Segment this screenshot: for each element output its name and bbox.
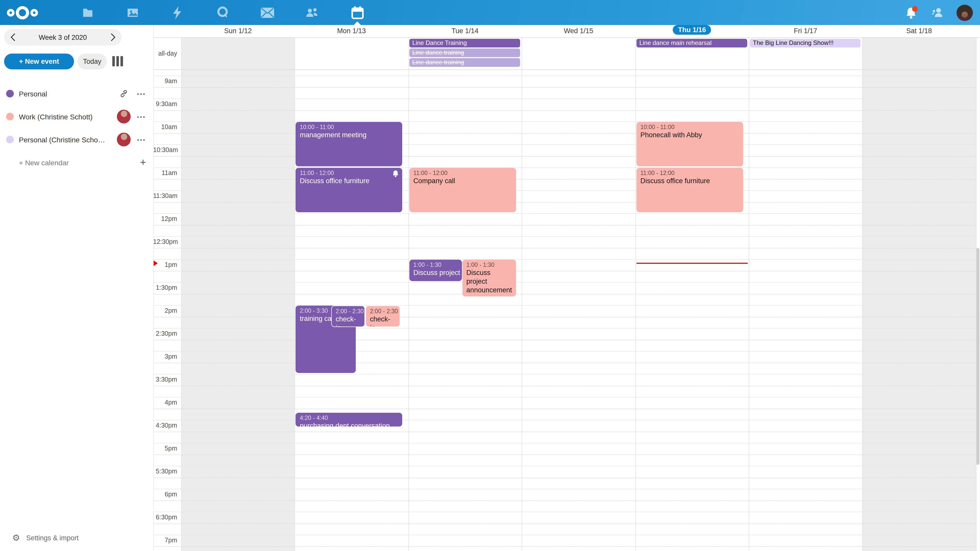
day-header-fri[interactable]: Fri 1/17 xyxy=(749,25,862,37)
time-label: 11:30am xyxy=(153,192,177,200)
day-header-mon[interactable]: Mon 1/13 xyxy=(295,25,408,37)
event-time: 10:00 - 11:00 xyxy=(300,124,398,131)
event-time: 2:00 - 2:30 xyxy=(336,308,360,315)
time-label: 3pm xyxy=(153,353,177,360)
shared-by-avatar[interactable] xyxy=(116,133,130,146)
all-day-event[interactable]: Line dance training xyxy=(409,58,520,67)
event-block[interactable]: 1:00 - 1:30Discuss project announcement xyxy=(462,260,516,297)
quarter-line xyxy=(153,408,976,409)
slot-line xyxy=(153,144,976,145)
next-week-button[interactable] xyxy=(104,29,121,45)
quarter-line xyxy=(153,248,976,248)
all-day-event[interactable]: Line dance main rehearsal xyxy=(636,39,747,48)
spacer xyxy=(6,159,14,166)
slot-line xyxy=(153,190,976,191)
slot-line xyxy=(153,443,976,443)
event-title: Discuss project announcement xyxy=(466,269,512,295)
day-header-wed[interactable]: Wed 1/15 xyxy=(522,25,635,37)
scrollbar-thumb[interactable] xyxy=(976,248,980,465)
slot-line xyxy=(153,282,976,283)
event-title: management meeting xyxy=(300,131,398,140)
time-label: 10am xyxy=(153,124,177,130)
calendar-list-item[interactable]: Personal••• xyxy=(0,82,153,105)
event-block[interactable]: 2:00 - 2:30check-in xyxy=(331,306,365,327)
time-label: 10:30am xyxy=(153,146,177,154)
event-time: 11:00 - 12:00 xyxy=(300,169,398,177)
top-header-bar xyxy=(0,0,980,25)
day-column xyxy=(635,38,749,551)
photos-icon[interactable] xyxy=(121,0,144,25)
all-day-separator xyxy=(153,69,976,70)
quarter-line xyxy=(153,477,976,478)
mail-icon[interactable] xyxy=(256,0,279,25)
event-block[interactable]: 11:00 - 12:00Discuss office furniture xyxy=(636,168,743,212)
notifications-bell-icon[interactable] xyxy=(904,5,919,20)
slot-line xyxy=(153,374,976,375)
day-header-tue[interactable]: Tue 1/14 xyxy=(408,25,522,37)
event-block[interactable]: 4:20 - 4:40purchasing dept conversation xyxy=(296,413,402,427)
calendar-app-icon[interactable] xyxy=(346,0,369,25)
new-event-button[interactable]: + New event xyxy=(4,54,74,69)
week-label[interactable]: Week 3 of 2020 xyxy=(21,33,104,41)
calendar-actions-menu-icon[interactable]: ••• xyxy=(130,91,146,97)
quarter-line xyxy=(153,87,976,87)
previous-week-button[interactable] xyxy=(4,29,21,45)
settings-import-button[interactable]: ⚙ Settings & import xyxy=(0,529,165,547)
event-time: 10:00 - 11:00 xyxy=(640,124,739,131)
event-block[interactable]: 11:00 - 12:00Company call xyxy=(409,168,516,212)
calendar-list-item[interactable]: Personal (Christine Scho…••• xyxy=(0,128,153,151)
slot-line xyxy=(153,259,976,260)
event-block[interactable]: 11:00 - 12:00Discuss office furniture xyxy=(296,168,402,212)
slot-line xyxy=(153,512,976,512)
day-header-sat[interactable]: Sat 1/18 xyxy=(862,25,976,37)
quarter-line xyxy=(153,225,976,225)
shared-by-avatar[interactable] xyxy=(116,110,130,124)
nextcloud-calendar-app: Week 3 of 2020 + New event Today Persona… xyxy=(0,0,980,551)
user-avatar[interactable] xyxy=(956,4,973,21)
slot-line xyxy=(153,535,976,535)
all-day-event[interactable]: Line Dance Training xyxy=(409,39,520,48)
calendar-list-item[interactable]: Work (Christine Schott)••• xyxy=(0,105,153,128)
quarter-line xyxy=(153,431,976,432)
time-label: 11am xyxy=(153,169,177,176)
quarter-line xyxy=(153,133,976,133)
plus-icon[interactable]: + xyxy=(130,157,146,168)
all-day-event[interactable]: The Big Line Dancing Show!!! xyxy=(750,39,861,48)
slot-line xyxy=(153,167,976,168)
calendar-canvas: all-day9am9:30am10am10:30am11am11:30am12… xyxy=(153,38,980,551)
view-switcher-icon[interactable] xyxy=(112,56,123,66)
quarter-line xyxy=(153,546,976,547)
day-header-thu[interactable]: Thu 1/16 xyxy=(635,25,749,37)
event-block[interactable]: 10:00 - 11:00management meeting xyxy=(296,122,402,166)
event-block[interactable]: 2:00 - 2:30check-in xyxy=(365,306,400,327)
event-block[interactable]: 10:00 - 11:00Phonecall with Abby xyxy=(636,122,743,166)
share-link-icon[interactable] xyxy=(116,89,130,98)
new-calendar-label: + New calendar xyxy=(19,159,130,167)
quarter-line xyxy=(153,202,976,202)
new-calendar-button[interactable]: + New calendar+ xyxy=(0,151,153,174)
calendar-name: Personal xyxy=(19,89,116,98)
calendar-actions-menu-icon[interactable]: ••• xyxy=(130,137,146,143)
event-block[interactable]: 1:00 - 1:30Discuss project announcement xyxy=(409,260,462,281)
day-header-sun[interactable]: Sun 1/12 xyxy=(181,25,295,37)
quarter-line xyxy=(153,500,976,501)
files-icon[interactable] xyxy=(76,0,99,25)
today-button[interactable]: Today xyxy=(78,54,107,69)
time-label: 4pm xyxy=(153,399,177,406)
calendar-actions-menu-icon[interactable]: ••• xyxy=(130,114,146,120)
activity-icon[interactable] xyxy=(166,0,189,25)
event-title: Discuss office furniture xyxy=(300,177,398,186)
time-label: 6pm xyxy=(153,491,177,498)
calendar-name: Personal (Christine Scho… xyxy=(19,135,116,144)
all-day-event[interactable]: Line dance training xyxy=(409,48,520,57)
contacts-menu-icon[interactable] xyxy=(930,5,945,20)
nextcloud-logo-icon[interactable] xyxy=(6,5,38,22)
calendar-name: Work (Christine Schott) xyxy=(19,113,116,121)
talk-icon[interactable] xyxy=(211,0,234,25)
quarter-line xyxy=(153,362,976,363)
time-label: 6:30pm xyxy=(153,514,177,521)
time-label: 1:30pm xyxy=(153,284,177,291)
contacts-icon[interactable] xyxy=(301,0,324,25)
event-title: Company call xyxy=(414,177,512,186)
calendar-color-dot xyxy=(6,113,14,121)
